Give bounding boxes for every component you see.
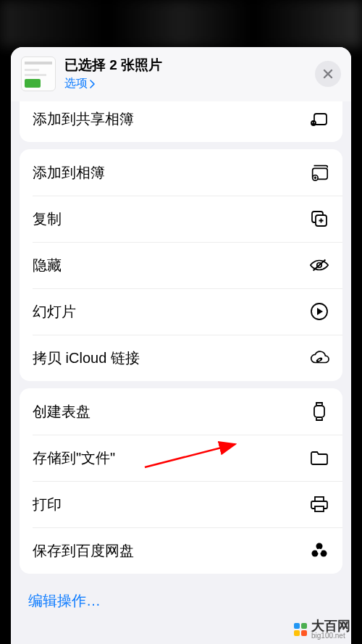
watermark-logo-icon bbox=[294, 623, 307, 636]
add-album-icon bbox=[309, 162, 329, 183]
row-label: 打印 bbox=[33, 495, 62, 514]
row-label: 复制 bbox=[33, 209, 62, 229]
print-icon bbox=[309, 494, 329, 514]
row-label: 隐藏 bbox=[33, 256, 62, 275]
actions-scroll[interactable]: 添加到共享相簿 添加到相簿 复制 隐藏 bbox=[11, 101, 351, 644]
svg-rect-11 bbox=[314, 406, 324, 417]
row-create-watchface[interactable]: 创建表盘 bbox=[20, 388, 342, 435]
row-label: 保存到百度网盘 bbox=[33, 541, 134, 561]
selection-title: 已选择 2 张照片 bbox=[64, 56, 306, 75]
svg-point-15 bbox=[316, 543, 323, 550]
row-print[interactable]: 打印 bbox=[20, 481, 342, 527]
row-icloud-link[interactable]: 拷贝 iCloud 链接 bbox=[20, 335, 342, 381]
row-save-to-files[interactable]: 存储到"文件" bbox=[20, 435, 342, 481]
watermark-sub: big100.net bbox=[311, 632, 350, 640]
action-group-0: 添加到共享相簿 bbox=[20, 101, 342, 142]
options-link[interactable]: 选项 bbox=[64, 76, 306, 91]
play-icon bbox=[309, 301, 329, 322]
row-add-album[interactable]: 添加到相簿 bbox=[20, 149, 342, 196]
hide-icon bbox=[309, 255, 329, 275]
folder-icon bbox=[309, 448, 329, 468]
close-icon bbox=[322, 68, 334, 80]
action-group-2: 创建表盘 存储到"文件" 打印 保存到百度网盘 bbox=[20, 388, 342, 574]
svg-rect-13 bbox=[315, 497, 324, 501]
row-label: 拷贝 iCloud 链接 bbox=[33, 348, 140, 368]
edit-actions-link[interactable]: 编辑操作… bbox=[11, 581, 351, 625]
row-label: 添加到相簿 bbox=[33, 163, 105, 183]
watch-icon bbox=[309, 401, 329, 422]
photo-thumbnail[interactable] bbox=[21, 57, 56, 91]
options-label: 选项 bbox=[64, 76, 88, 91]
row-hide[interactable]: 隐藏 bbox=[20, 242, 342, 288]
copy-icon bbox=[309, 209, 329, 229]
action-group-1: 添加到相簿 复制 隐藏 幻灯片 bbox=[20, 149, 342, 381]
row-label: 添加到共享相簿 bbox=[33, 109, 134, 129]
svg-point-2 bbox=[313, 121, 315, 123]
chevron-right-icon bbox=[89, 80, 95, 88]
row-label: 幻灯片 bbox=[33, 302, 76, 322]
row-slideshow[interactable]: 幻灯片 bbox=[20, 288, 342, 335]
close-button[interactable] bbox=[315, 61, 341, 87]
share-sheet: 已选择 2 张照片 选项 添加到共享相簿 添加到相簿 bbox=[11, 47, 351, 644]
link-cloud-icon bbox=[309, 348, 329, 368]
shared-album-icon bbox=[309, 109, 329, 129]
watermark: 大百网 big100.net bbox=[294, 619, 350, 640]
status-bar-blur bbox=[0, 0, 362, 47]
watermark-main: 大百网 bbox=[311, 619, 350, 632]
svg-point-18 bbox=[317, 549, 321, 553]
baidu-icon bbox=[309, 540, 329, 561]
row-copy[interactable]: 复制 bbox=[20, 196, 342, 242]
row-add-shared-album[interactable]: 添加到共享相簿 bbox=[20, 101, 342, 142]
header-text: 已选择 2 张照片 选项 bbox=[64, 56, 306, 91]
row-label: 创建表盘 bbox=[33, 402, 90, 422]
svg-rect-14 bbox=[315, 506, 324, 511]
row-label: 存储到"文件" bbox=[33, 448, 115, 468]
sheet-header: 已选择 2 张照片 选项 bbox=[11, 47, 351, 101]
row-save-baidu[interactable]: 保存到百度网盘 bbox=[20, 527, 342, 574]
